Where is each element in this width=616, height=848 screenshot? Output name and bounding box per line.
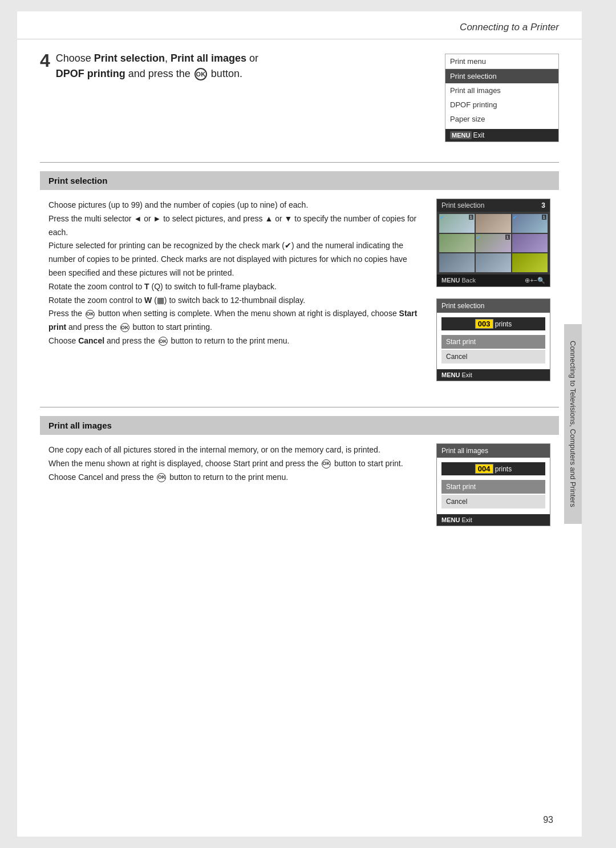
lcd-thumb-4 [439,234,475,253]
print-selection-section: Print selection Choose pictures (up to 9… [40,171,559,393]
thumb-num-1: 1 [469,215,473,220]
print-all-header: Print all images [40,416,559,435]
lcd-grid: ✔ 1 ✔ 1 [437,212,550,274]
ps-para-2: Press the multi selector ◄ or ► to selec… [48,212,422,240]
lcd-thumb-2 [476,214,511,233]
ps-para-6: Press the OK button when setting is comp… [48,307,422,334]
bold-cancel-2: Cancel [78,473,103,482]
lcd-thumb-6 [512,234,548,253]
bold-start-print-2: Start print [233,459,268,468]
lcd-thumb-8 [476,253,511,272]
lcd-thumb-1: ✔ 1 [439,214,475,233]
lcd-thumb-9 [512,253,548,272]
step-intro: 4 Choose Print selection, Print all imag… [40,51,559,142]
step-number: 4 [40,51,50,71]
section-divider-1 [40,162,559,163]
print-selection-text: Choose pictures (up to 99) and the numbe… [48,199,422,381]
ps-para-5: Rotate the zoom control to W (▦) to swit… [48,294,422,308]
print-all-text: One copy each of all pictures stored in … [48,443,422,526]
lcd-cancel-all: Cancel [441,495,545,508]
print-menu-item-print-all: Print all images [445,83,558,98]
lcd-start-print-all: Start print [441,480,545,494]
step-text-block: 4 Choose Print selection, Print all imag… [40,51,428,82]
print-menu-item-print-selection: Print selection [445,69,558,83]
print-selection-body: Choose pictures (up to 99) and the numbe… [40,199,559,381]
ps-para-4: Rotate the zoom control to T (Q) to swit… [48,280,422,294]
print-menu-item-paper-size: Paper size [445,112,558,126]
lcd-thumbnail-grid: Print selection 3 ✔ 1 [436,199,550,287]
pa-para-2: When the menu shown at right is displaye… [48,457,422,471]
menu-key-label-1: MENU [441,371,460,378]
thumb-num-5: 1 [505,235,510,240]
lcd-dialog-footer-2: MENU Exit [437,514,550,526]
side-label: Connecting to Televisions, Computers and… [564,324,582,524]
lcd-thumb-3: ✔ 1 [512,214,548,233]
bold-print-selection: Print selection [94,53,165,64]
lcd-footer-top: MENU Back ⊕+−🔍 [437,274,550,286]
lcd-footer-back: MENU Back [441,277,476,284]
thumb-num-3: 1 [542,215,546,220]
lcd-count: 3 [541,201,545,209]
lcd-footer-icons: ⊕+−🔍 [525,277,545,284]
bold-dpof-printing: DPOF printing [56,68,125,79]
print-all-lcd-wrapper: Print all images 004 prints Start print … [436,443,550,526]
ok-icon-inline-3: OK [159,337,168,346]
lcd-print-all-value: 004 [475,464,493,474]
lcd-dialog-body: 003 prints Start print Cancel [437,313,550,369]
bold-cancel-1: Cancel [78,336,104,345]
page: Connecting to a Printer 4 Choose Print s… [17,11,582,837]
lcd-prints-label: prints [495,320,512,328]
bold-print-all-images: Print all images [171,53,246,64]
page-number: 93 [543,815,553,825]
print-all-section: Print all images One copy each of all pi… [40,416,559,526]
print-menu-item-dpof: DPOF printing [445,98,558,112]
step-description: Choose Print selection, Print all images… [56,53,258,79]
main-content: 4 Choose Print selection, Print all imag… [17,39,582,543]
ok-icon-inline-4: OK [322,459,331,469]
print-menu-title: Print menu [445,54,558,69]
menu-key-label-2: MENU [441,516,460,523]
print-menu-footer: MENUExit [445,129,558,142]
lcd-dialog-title: Print selection [437,299,550,313]
print-selection-header: Print selection [40,171,559,190]
menu-key: MENU [450,131,472,139]
lcd-print-all-display: 004 prints [441,462,545,475]
lcd-prints-display: 003 prints [441,317,545,330]
lcd-print-dialog: Print selection 003 prints Start print C… [436,298,550,381]
thumb-img-2 [476,214,511,233]
thumb-img-4 [439,234,475,253]
thumb-img-6 [512,234,548,253]
lcd-print-all-dialog: Print all images 004 prints Start print … [436,443,550,526]
lcd-print-all-label: prints [495,465,512,473]
ok-button-icon: OK [194,68,207,80]
ok-icon-inline-5: OK [157,473,166,482]
lcd-print-all-title: Print all images [437,444,550,458]
pa-para-1: One copy each of all pictures stored in … [48,443,422,457]
print-all-layout: One copy each of all pictures stored in … [40,443,559,526]
ps-para-3: Picture selected for printing can be rec… [48,239,422,280]
lcd-dialog-footer-1: MENU Exit [437,369,550,381]
bold-start-print-1: Start print [48,309,417,332]
print-menu-box: Print menu Print selection Print all ima… [445,54,559,142]
pa-para-3: Choose Cancel and press the OK button to… [48,471,422,484]
lcd-thumb-5: ✔ 1 [476,234,511,253]
thumb-img-7 [439,253,475,272]
ps-para-7: Choose Cancel and press the OK button to… [48,334,422,348]
thumb-img-9 [512,253,548,272]
header-title: Connecting to a Printer [460,22,559,33]
lcd-thumb-7 [439,253,475,272]
lcd-start-print: Start print [441,335,545,349]
check-mark-5: ✔ [476,235,481,240]
check-mark-1: ✔ [440,215,444,220]
ok-icon-inline-1: OK [86,310,95,319]
lcd-print-all-body: 004 prints Start print Cancel [437,458,550,514]
check-mark-3: ✔ [513,215,517,220]
header-bar: Connecting to a Printer [17,11,582,39]
thumb-img-8 [476,253,511,272]
side-label-text: Connecting to Televisions, Computers and… [569,341,577,507]
lcd-cancel: Cancel [441,350,545,364]
lcd-title-bar-top: Print selection 3 [437,199,550,212]
ps-para-1: Choose pictures (up to 99) and the numbe… [48,199,422,212]
lcd-title-text: Print selection [441,201,484,209]
section-divider-2 [40,407,559,407]
